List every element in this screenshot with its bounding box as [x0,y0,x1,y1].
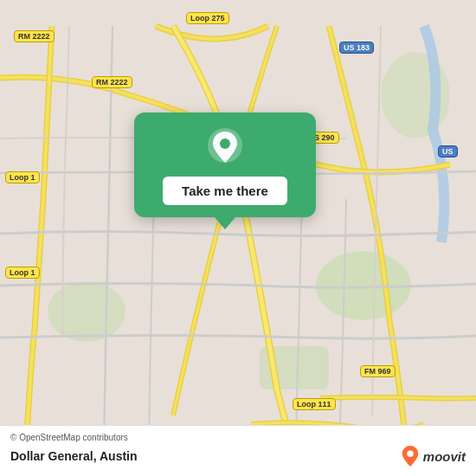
road-label-loop111: Loop 111 [293,398,336,410]
road-label-rm2222a: RM 2222 [14,30,55,42]
popup-card: Take me there [134,113,316,217]
road-label-us183: US 183 [339,42,374,54]
road-label-loop1a: Loop 1 [5,171,40,183]
road-label-loop275: Loop 275 [186,12,229,24]
map-container: Loop 275 US 183 RM 2222 RM 2222 S 290 Lo… [0,0,476,476]
location-name: Dollar General, Austin [10,449,138,463]
osm-attribution: © OpenStreetMap contributors [10,433,466,442]
moovit-brand-text: moovit [423,449,466,464]
road-label-fm969: FM 969 [360,365,396,377]
svg-point-8 [220,138,230,149]
svg-point-2 [48,281,125,342]
location-pin-icon [206,128,244,166]
map-svg [0,0,476,476]
bottom-bar: © OpenStreetMap contributors Dollar Gene… [0,425,476,476]
take-me-there-button[interactable]: Take me there [163,177,287,205]
svg-point-9 [407,451,413,457]
road-label-rm2222b: RM 2222 [92,76,132,88]
moovit-logo: moovit [401,445,466,467]
road-label-loop1b: Loop 1 [5,267,40,279]
road-label-us: US [438,145,458,158]
moovit-pin-icon [401,445,420,467]
location-row: Dollar General, Austin moovit [10,445,466,467]
